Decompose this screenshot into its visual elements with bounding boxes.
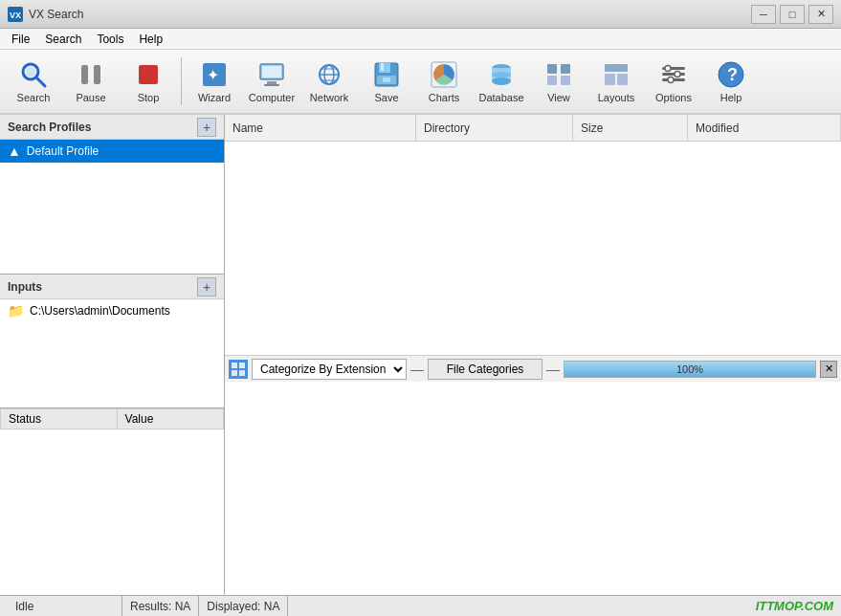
categorize-dropdown[interactable]: Categorize By Extension Categorize By Si…: [252, 359, 407, 380]
profile-item-default[interactable]: ▲ Default Profile: [0, 140, 224, 163]
svg-rect-47: [232, 370, 237, 376]
toolbar-network-button[interactable]: Network: [301, 54, 357, 109]
svg-line-3: [36, 77, 45, 86]
col-size-header[interactable]: Size: [573, 115, 688, 141]
progress-label: 100%: [564, 362, 815, 377]
wizard-icon: ✦: [199, 59, 230, 90]
toolbar-computer-label: Computer: [249, 92, 295, 103]
search-profiles-title: Search Profiles: [8, 121, 91, 134]
progress-container: 100%: [564, 361, 816, 378]
toolbar-database-button[interactable]: Database: [474, 54, 529, 109]
toolbar-view-button[interactable]: View: [531, 54, 586, 109]
profile-icon: ▲: [8, 143, 21, 159]
categorize-close-button[interactable]: ✕: [820, 361, 837, 378]
toolbar-layouts-label: Layouts: [598, 92, 635, 103]
database-icon: [486, 59, 517, 90]
close-button[interactable]: ✕: [808, 5, 833, 24]
input-item-documents[interactable]: 📁 C:\Users\admin\Documents: [0, 299, 224, 322]
svg-rect-7: [139, 65, 158, 84]
svg-rect-21: [381, 63, 384, 71]
help-icon: ?: [716, 59, 746, 90]
toolbar-help-label: Help: [720, 92, 742, 103]
idle-label: Idle: [15, 600, 33, 613]
col-name-header[interactable]: Name: [225, 115, 416, 141]
inputs-header: Inputs +: [0, 275, 224, 299]
menu-tools[interactable]: Tools: [89, 31, 131, 48]
progress-bar: 100%: [564, 361, 816, 378]
svg-rect-23: [383, 77, 390, 82]
status-col-header: Status: [1, 409, 118, 429]
toolbar-sep-1: [181, 57, 182, 105]
computer-icon: [256, 59, 287, 90]
toolbar-stop-label: Stop: [138, 92, 160, 103]
svg-rect-11: [267, 81, 277, 84]
watermark: ITTMOP.COM: [756, 599, 833, 613]
toolbar-wizard-label: Wizard: [198, 92, 231, 103]
categorize-icon: [229, 360, 248, 379]
svg-rect-20: [379, 63, 390, 73]
svg-rect-33: [561, 76, 570, 85]
inputs-list: 📁 C:\Users\admin\Documents: [0, 299, 224, 407]
toolbar-options-label: Options: [655, 92, 692, 103]
toolbar-search-label: Search: [17, 92, 51, 103]
statusbar-idle: Idle: [8, 596, 122, 616]
results-label: Results: NA: [130, 600, 190, 613]
options-icon: [658, 59, 689, 90]
toolbar: Search Pause Stop ✦ Wizard: [0, 50, 841, 115]
svg-text:✦: ✦: [207, 67, 219, 83]
col-modified-header[interactable]: Modified: [688, 115, 841, 141]
svg-point-40: [665, 66, 671, 72]
status-table-body: [1, 429, 224, 595]
search-profiles-section: Search Profiles + ▲ Default Profile: [0, 115, 224, 275]
toolbar-pause-button[interactable]: Pause: [63, 54, 119, 109]
toolbar-search-button[interactable]: Search: [6, 54, 61, 109]
col-directory-header[interactable]: Directory: [416, 115, 573, 141]
toolbar-wizard-button[interactable]: ✦ Wizard: [187, 54, 242, 109]
svg-point-29: [492, 72, 511, 77]
inputs-add-button[interactable]: +: [197, 277, 216, 297]
svg-rect-13: [262, 66, 281, 77]
restore-button[interactable]: □: [780, 5, 805, 24]
toolbar-view-label: View: [547, 92, 570, 103]
toolbar-layouts-button[interactable]: Layouts: [588, 54, 644, 109]
dash-2: —: [546, 362, 560, 377]
stop-icon: [133, 59, 164, 90]
svg-rect-36: [617, 74, 628, 85]
search-profiles-header: Search Profiles +: [0, 115, 224, 140]
svg-point-4: [26, 67, 35, 77]
toolbar-stop-button[interactable]: Stop: [121, 54, 176, 109]
menu-help[interactable]: Help: [131, 31, 170, 48]
file-categories-button[interactable]: File Categories: [428, 359, 542, 380]
toolbar-computer-button[interactable]: Computer: [244, 54, 299, 109]
svg-rect-30: [547, 64, 557, 74]
menubar: File Search Tools Help: [0, 29, 841, 50]
svg-rect-31: [561, 64, 570, 74]
statusbar-results: Results: NA: [122, 596, 199, 616]
toolbar-options-button[interactable]: Options: [646, 54, 701, 109]
toolbar-help-button[interactable]: ? Help: [703, 54, 759, 109]
bottom-results-area: [225, 382, 841, 595]
status-panel: Status Value: [0, 408, 224, 595]
toolbar-pause-label: Pause: [76, 92, 105, 103]
toolbar-save-button[interactable]: Save: [359, 54, 414, 109]
toolbar-charts-button[interactable]: Charts: [416, 54, 472, 109]
folder-icon: 📁: [8, 303, 24, 319]
input-path-label: C:\Users\admin\Documents: [30, 304, 170, 318]
statusbar-displayed: Displayed: NA: [199, 596, 288, 616]
search-profiles-list: ▲ Default Profile: [0, 140, 224, 274]
toolbar-save-label: Save: [374, 92, 398, 103]
save-icon: [371, 59, 402, 90]
left-panel: Search Profiles + ▲ Default Profile Inpu…: [0, 115, 225, 595]
svg-rect-38: [662, 73, 685, 76]
charts-icon: [429, 59, 459, 90]
svg-rect-12: [264, 84, 279, 86]
menu-file[interactable]: File: [4, 31, 37, 48]
menu-search[interactable]: Search: [37, 31, 89, 48]
displayed-label: Displayed: NA: [207, 600, 279, 613]
svg-text:VX: VX: [10, 11, 21, 20]
search-profiles-add-button[interactable]: +: [197, 118, 216, 137]
categorize-bar: Categorize By Extension Categorize By Si…: [225, 355, 841, 382]
layouts-icon: [601, 59, 631, 90]
toolbar-database-label: Database: [478, 92, 523, 103]
minimize-button[interactable]: ─: [751, 5, 776, 24]
